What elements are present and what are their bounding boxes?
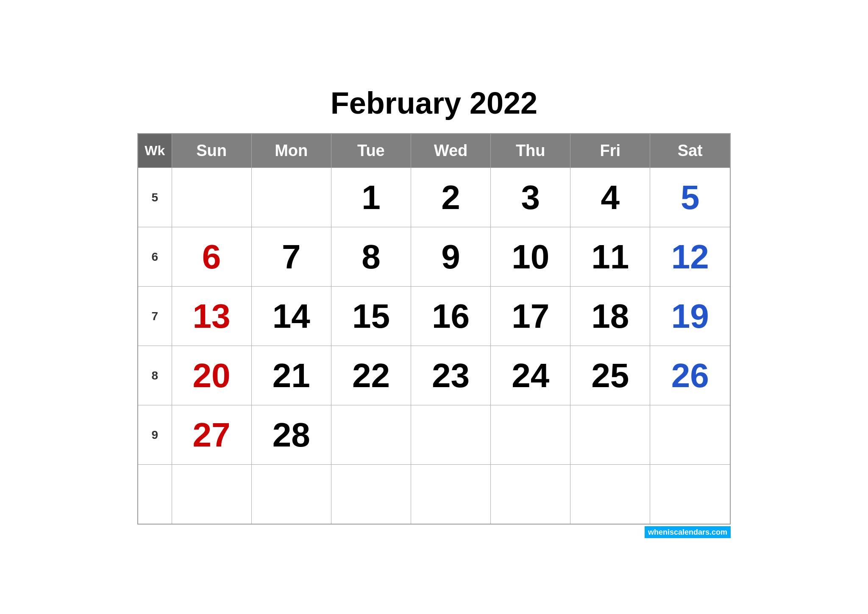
day-cell[interactable]: 21: [251, 346, 331, 405]
day-cell[interactable]: 26: [650, 346, 730, 405]
day-number: 18: [591, 297, 629, 335]
calendar-body: 5123456678910111271314151617181982021222…: [138, 168, 730, 524]
day-cell[interactable]: 18: [570, 287, 650, 346]
day-cell[interactable]: [251, 465, 331, 524]
day-cell[interactable]: 14: [251, 287, 331, 346]
wk-cell: 8: [138, 346, 172, 405]
day-cell[interactable]: [172, 465, 251, 524]
day-cell[interactable]: [411, 465, 490, 524]
day-number: 25: [591, 357, 629, 394]
calendar-row: 66789101112: [138, 227, 730, 287]
day-cell[interactable]: 10: [491, 227, 570, 287]
watermark: wheniscalendars.com: [137, 528, 731, 537]
calendar-container: February 2022 Wk Sun Mon Tue Wed Thu Fri…: [137, 77, 731, 537]
day-cell[interactable]: 5: [650, 168, 730, 227]
day-cell[interactable]: [570, 405, 650, 465]
day-number: 16: [432, 297, 470, 335]
day-cell[interactable]: 11: [570, 227, 650, 287]
day-number: 28: [273, 416, 310, 454]
day-cell[interactable]: 4: [570, 168, 650, 227]
day-cell[interactable]: 24: [491, 346, 570, 405]
watermark-link: wheniscalendars.com: [645, 526, 731, 538]
day-number: 9: [441, 238, 460, 276]
day-number: 21: [273, 357, 310, 394]
mon-header: Mon: [251, 134, 331, 168]
day-cell[interactable]: 12: [650, 227, 730, 287]
day-cell[interactable]: 22: [331, 346, 411, 405]
day-cell[interactable]: [331, 465, 411, 524]
day-number: 19: [671, 297, 709, 335]
day-cell[interactable]: 16: [411, 287, 490, 346]
day-number: 5: [681, 179, 700, 216]
wk-cell: 9: [138, 405, 172, 465]
day-cell[interactable]: 2: [411, 168, 490, 227]
calendar-row: 92728: [138, 405, 730, 465]
day-number: 24: [512, 357, 549, 394]
day-number: 11: [591, 238, 629, 276]
thu-header: Thu: [491, 134, 570, 168]
day-cell[interactable]: [172, 168, 251, 227]
wk-cell: 6: [138, 227, 172, 287]
wk-cell: 7: [138, 287, 172, 346]
day-cell[interactable]: 15: [331, 287, 411, 346]
calendar-row: 713141516171819: [138, 287, 730, 346]
day-number: 22: [352, 357, 390, 394]
day-cell[interactable]: 9: [411, 227, 490, 287]
day-cell[interactable]: 23: [411, 346, 490, 405]
calendar-row: 512345: [138, 168, 730, 227]
day-number: 6: [202, 238, 221, 276]
day-cell[interactable]: [491, 405, 570, 465]
day-cell[interactable]: 17: [491, 287, 570, 346]
day-cell[interactable]: 1: [331, 168, 411, 227]
calendar-row: 820212223242526: [138, 346, 730, 405]
day-cell[interactable]: 7: [251, 227, 331, 287]
calendar-row: [138, 465, 730, 524]
day-number: 7: [282, 238, 301, 276]
day-cell[interactable]: [411, 405, 490, 465]
day-cell[interactable]: 19: [650, 287, 730, 346]
day-cell[interactable]: 20: [172, 346, 251, 405]
day-cell[interactable]: [331, 405, 411, 465]
wk-cell: [138, 465, 172, 524]
day-number: 3: [521, 179, 540, 216]
day-number: 14: [273, 297, 310, 335]
day-number: 13: [193, 297, 231, 335]
calendar-title: February 2022: [137, 77, 731, 133]
day-cell[interactable]: 8: [331, 227, 411, 287]
day-number: 20: [193, 357, 231, 394]
sat-header: Sat: [650, 134, 730, 168]
day-number: 4: [601, 179, 620, 216]
header-row: Wk Sun Mon Tue Wed Thu Fri Sat: [138, 134, 730, 168]
wed-header: Wed: [411, 134, 490, 168]
calendar-table: Wk Sun Mon Tue Wed Thu Fri Sat 512345667…: [137, 133, 731, 525]
day-number: 26: [671, 357, 709, 394]
day-cell[interactable]: [650, 405, 730, 465]
day-number: 12: [671, 238, 709, 276]
day-number: 10: [512, 238, 549, 276]
day-cell[interactable]: [570, 465, 650, 524]
tue-header: Tue: [331, 134, 411, 168]
sun-header: Sun: [172, 134, 251, 168]
day-number: 23: [432, 357, 470, 394]
day-number: 15: [352, 297, 390, 335]
day-cell[interactable]: [491, 465, 570, 524]
day-number: 2: [441, 179, 460, 216]
day-cell[interactable]: [251, 168, 331, 227]
day-cell[interactable]: 27: [172, 405, 251, 465]
day-number: 1: [362, 179, 381, 216]
wk-header: Wk: [138, 134, 172, 168]
day-cell[interactable]: [650, 465, 730, 524]
day-number: 17: [512, 297, 549, 335]
day-cell[interactable]: 28: [251, 405, 331, 465]
day-number: 8: [362, 238, 381, 276]
day-cell[interactable]: 3: [491, 168, 570, 227]
day-cell[interactable]: 6: [172, 227, 251, 287]
day-cell[interactable]: 13: [172, 287, 251, 346]
wk-cell: 5: [138, 168, 172, 227]
fri-header: Fri: [570, 134, 650, 168]
day-cell[interactable]: 25: [570, 346, 650, 405]
day-number: 27: [193, 416, 231, 454]
